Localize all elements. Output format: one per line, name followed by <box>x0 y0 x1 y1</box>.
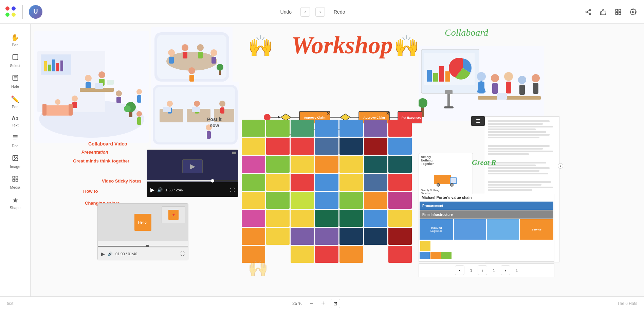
zoom-fit-button[interactable]: ⊡ <box>331 299 340 308</box>
page-nav-next-btn[interactable]: › <box>501 265 510 275</box>
sidebar-item-text[interactable]: Aa Text <box>3 113 27 130</box>
sticky-note-27[interactable] <box>388 174 412 191</box>
sticky-note-18[interactable] <box>339 156 363 173</box>
sticky-note-35[interactable] <box>242 210 265 227</box>
sidebar-item-doc[interactable]: Doc <box>3 131 27 151</box>
sticky-note-34[interactable] <box>388 192 412 209</box>
video2-vol-btn[interactable]: 🔊 <box>108 252 113 256</box>
sticky-note-48[interactable] <box>388 228 412 245</box>
user-avatar[interactable]: U <box>29 5 42 19</box>
svg-text:✕: ✕ <box>327 111 330 116</box>
sticky-note-46[interactable] <box>339 228 363 245</box>
sticky-note-16[interactable] <box>291 156 314 173</box>
sticky-note-55[interactable] <box>388 246 412 263</box>
sticky-note-3[interactable] <box>315 120 338 137</box>
sticky-note-53[interactable] <box>339 246 363 263</box>
sticky-note-12[interactable] <box>364 138 387 155</box>
sticky-note-47[interactable] <box>364 228 387 245</box>
sticky-note-40[interactable] <box>364 210 387 227</box>
settings-icon[interactable] <box>628 6 639 17</box>
sticky-note-32[interactable] <box>339 192 363 209</box>
sticky-note-52[interactable] <box>315 246 338 263</box>
sticky-note-10[interactable] <box>315 138 338 155</box>
sticky-note-29[interactable] <box>266 192 290 209</box>
undo-button[interactable]: Undo <box>277 7 295 17</box>
sidebar-pan-label: Pan <box>12 43 19 47</box>
video2-fullscreen-btn[interactable]: ⛶ <box>180 251 185 256</box>
sticky-note-51[interactable] <box>291 246 314 263</box>
video-player-1[interactable]: ▶ ▶ 🔊 1:53 / 2:46 ⛶ <box>147 150 238 197</box>
sticky-note-44[interactable] <box>291 228 314 245</box>
svg-point-2 <box>589 13 591 15</box>
sticky-note-25[interactable] <box>339 174 363 191</box>
sidebar-item-select[interactable]: Select <box>3 51 27 70</box>
sticky-note-30[interactable] <box>291 192 314 209</box>
sidebar-item-shape[interactable]: ★ Shape <box>3 193 27 212</box>
sticky-note-39[interactable] <box>339 210 363 227</box>
sticky-note-2[interactable] <box>291 120 314 137</box>
sticky-note-37[interactable] <box>291 210 314 227</box>
sticky-note-20[interactable] <box>388 156 412 173</box>
sticky-note-38[interactable] <box>315 210 338 227</box>
svg-rect-52 <box>107 80 114 85</box>
grid-icon[interactable] <box>613 6 624 17</box>
page-nav-prev-btn[interactable]: ‹ <box>455 265 464 275</box>
sticky-note-0[interactable] <box>242 120 265 137</box>
expand-right-handle[interactable]: › <box>558 163 563 169</box>
sticky-note-23[interactable] <box>291 174 314 191</box>
sticky-note-5[interactable] <box>364 120 387 137</box>
sticky-note-24[interactable] <box>315 174 338 191</box>
sticky-note-42[interactable] <box>242 228 265 245</box>
sticky-note-43[interactable] <box>266 228 290 245</box>
sidebar-item-image[interactable]: Image <box>3 152 27 171</box>
video1-fullscreen-btn[interactable]: ⛶ <box>230 187 235 193</box>
sticky-note-8[interactable] <box>266 138 290 155</box>
share-icon[interactable] <box>583 6 594 17</box>
sticky-note-1[interactable] <box>266 120 290 137</box>
sidebar-item-note[interactable]: Note <box>3 72 27 91</box>
video1-play-btn[interactable]: ▶ <box>150 187 154 193</box>
sticky-note-21[interactable] <box>242 174 265 191</box>
six-hats-label: The 6 Hats <box>617 301 637 306</box>
like-icon[interactable] <box>598 6 609 17</box>
svg-rect-93 <box>433 73 438 82</box>
nav-forward-button[interactable]: › <box>315 7 325 17</box>
sticky-note-22[interactable] <box>266 174 290 191</box>
sticky-note-6[interactable] <box>388 120 412 137</box>
sticky-note-14[interactable] <box>242 156 265 173</box>
how-to-label: How to <box>83 189 98 194</box>
svg-rect-98 <box>444 106 454 108</box>
sticky-note-26[interactable] <box>364 174 387 191</box>
sticky-note-36[interactable] <box>266 210 290 227</box>
sidebar-item-pan[interactable]: ✋ Pan <box>3 31 27 50</box>
value-chain-panel: Michael Porter's value chain Procurement… <box>419 194 554 262</box>
page-nav-back-btn[interactable]: ‹ <box>478 265 487 275</box>
video2-play-btn[interactable]: ▶ <box>101 251 105 257</box>
sidebar-item-pen[interactable]: ✏️ Pen <box>3 92 27 111</box>
sticky-note-33[interactable] <box>364 192 387 209</box>
sidebar-item-media[interactable]: Media <box>3 173 27 192</box>
app-logo[interactable] <box>5 6 16 17</box>
zoom-in-button[interactable]: + <box>319 299 327 308</box>
sticky-note-54[interactable] <box>364 246 387 263</box>
sticky-note-13[interactable] <box>388 138 412 155</box>
sticky-note-45[interactable] <box>315 228 338 245</box>
video-player-2[interactable]: 📌 Hello! + ▶ 🔊 01:00 / 01:46 ⛶ <box>97 203 188 260</box>
sticky-note-41[interactable] <box>388 210 412 227</box>
nav-back-button[interactable]: ‹ <box>300 7 310 17</box>
zoom-out-button[interactable]: − <box>308 299 316 308</box>
sticky-note-15[interactable] <box>266 156 290 173</box>
menu-icon-box[interactable]: ☰ <box>471 116 485 126</box>
redo-button[interactable]: Redo <box>330 7 348 17</box>
sticky-note-50[interactable] <box>266 246 290 263</box>
sticky-note-28[interactable] <box>242 192 265 209</box>
sticky-note-17[interactable] <box>315 156 338 173</box>
video1-vol-btn[interactable]: 🔊 <box>157 187 163 192</box>
sticky-note-31[interactable] <box>315 192 338 209</box>
sticky-note-4[interactable] <box>339 120 363 137</box>
sticky-note-9[interactable] <box>291 138 314 155</box>
sticky-note-7[interactable] <box>242 138 265 155</box>
sticky-note-19[interactable] <box>364 156 387 173</box>
select-icon <box>12 54 19 62</box>
sticky-note-11[interactable] <box>339 138 363 155</box>
